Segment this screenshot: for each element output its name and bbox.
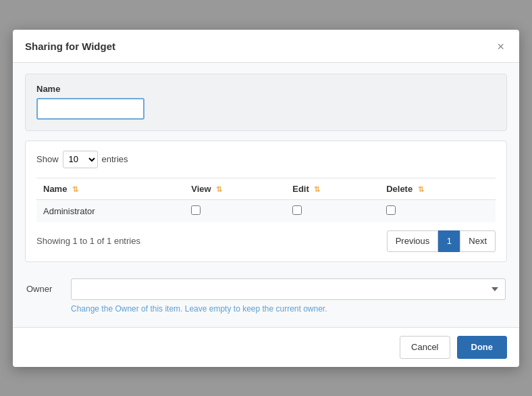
col-name: Name ⇅ [36, 178, 184, 199]
edit-checkbox[interactable] [292, 205, 302, 215]
pagination-row: Showing 1 to 1 of 1 entries Previous 1 N… [36, 230, 496, 252]
close-button[interactable]: × [494, 39, 507, 54]
sharing-modal: Sharing for Widget × Name Show 10 25 50 … [13, 30, 519, 367]
sort-icon-edit: ⇅ [314, 185, 320, 193]
modal-body: Name Show 10 25 50 100 entries [13, 63, 519, 327]
show-entries-row: Show 10 25 50 100 entries [36, 151, 496, 168]
col-edit: Edit ⇅ [286, 178, 379, 199]
owner-section: Owner Change the Owner of this item. Lea… [25, 272, 507, 316]
modal-footer: Cancel Done [13, 327, 519, 367]
pagination-buttons: Previous 1 Next [387, 230, 496, 252]
owner-hint: Change the Owner of this item. Leave emp… [71, 304, 506, 314]
sort-icon-view: ⇅ [216, 185, 222, 193]
entries-label: entries [102, 154, 128, 164]
show-label: Show [36, 154, 59, 164]
owner-label: Owner [26, 284, 60, 294]
pagination-info: Showing 1 to 1 of 1 entries [36, 236, 140, 246]
owner-row: Owner [26, 278, 506, 300]
table-section: Show 10 25 50 100 entries Name [25, 141, 507, 262]
row-view [184, 199, 286, 222]
row-delete [379, 199, 496, 222]
table-row: Administrator [36, 199, 496, 222]
cancel-button[interactable]: Cancel [400, 336, 450, 359]
owner-select[interactable] [71, 278, 506, 300]
col-delete: Delete ⇅ [379, 178, 496, 199]
view-checkbox[interactable] [191, 205, 201, 215]
table-header-row: Name ⇅ View ⇅ Edit ⇅ [36, 178, 496, 199]
modal-header: Sharing for Widget × [13, 30, 519, 63]
current-page-number[interactable]: 1 [438, 230, 460, 252]
previous-button[interactable]: Previous [387, 230, 439, 252]
row-edit [286, 199, 379, 222]
modal-title: Sharing for Widget [25, 41, 115, 52]
entries-select[interactable]: 10 25 50 100 [63, 151, 98, 168]
sort-icon-name: ⇅ [72, 185, 78, 193]
row-name: Administrator [36, 199, 184, 222]
name-section: Name [25, 74, 507, 131]
done-button[interactable]: Done [457, 336, 508, 359]
delete-checkbox[interactable] [386, 205, 396, 215]
col-view: View ⇅ [184, 178, 286, 199]
name-input[interactable] [36, 98, 144, 120]
name-label: Name [36, 84, 496, 94]
sort-icon-delete: ⇅ [418, 185, 424, 193]
data-table: Name ⇅ View ⇅ Edit ⇅ [36, 178, 496, 222]
next-button[interactable]: Next [460, 230, 496, 252]
